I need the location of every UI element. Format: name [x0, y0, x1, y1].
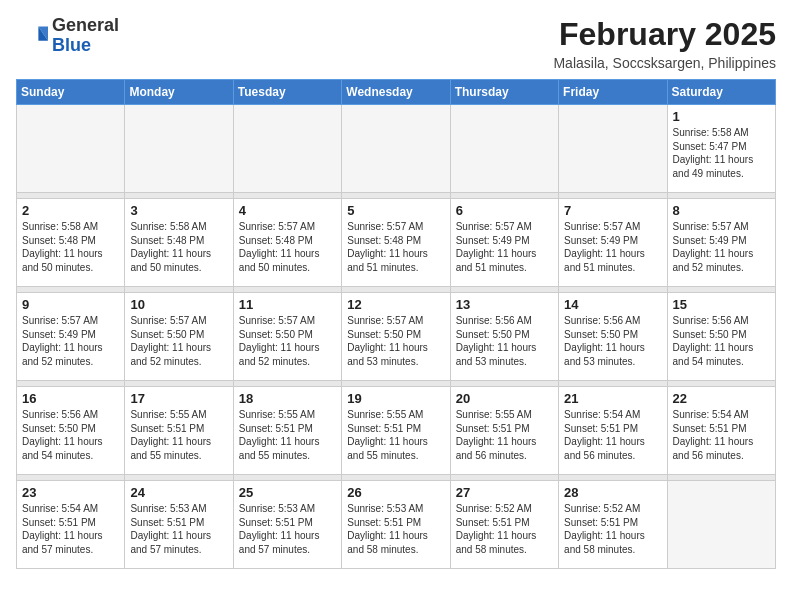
day-cell: 20Sunrise: 5:55 AM Sunset: 5:51 PM Dayli…	[450, 387, 558, 475]
day-cell: 22Sunrise: 5:54 AM Sunset: 5:51 PM Dayli…	[667, 387, 775, 475]
day-number: 14	[564, 297, 661, 312]
week-row-1: 1Sunrise: 5:58 AM Sunset: 5:47 PM Daylig…	[17, 105, 776, 193]
weekday-header-row: SundayMondayTuesdayWednesdayThursdayFrid…	[17, 80, 776, 105]
day-cell: 6Sunrise: 5:57 AM Sunset: 5:49 PM Daylig…	[450, 199, 558, 287]
day-info: Sunrise: 5:56 AM Sunset: 5:50 PM Dayligh…	[22, 408, 119, 462]
day-cell: 26Sunrise: 5:53 AM Sunset: 5:51 PM Dayli…	[342, 481, 450, 569]
day-info: Sunrise: 5:53 AM Sunset: 5:51 PM Dayligh…	[239, 502, 336, 556]
day-number: 20	[456, 391, 553, 406]
day-cell	[559, 105, 667, 193]
day-info: Sunrise: 5:55 AM Sunset: 5:51 PM Dayligh…	[456, 408, 553, 462]
day-info: Sunrise: 5:55 AM Sunset: 5:51 PM Dayligh…	[347, 408, 444, 462]
day-cell: 25Sunrise: 5:53 AM Sunset: 5:51 PM Dayli…	[233, 481, 341, 569]
weekday-header-thursday: Thursday	[450, 80, 558, 105]
day-info: Sunrise: 5:58 AM Sunset: 5:48 PM Dayligh…	[130, 220, 227, 274]
logo-line1: General	[52, 16, 119, 36]
day-cell	[450, 105, 558, 193]
day-number: 9	[22, 297, 119, 312]
day-info: Sunrise: 5:57 AM Sunset: 5:49 PM Dayligh…	[673, 220, 770, 274]
day-cell: 2Sunrise: 5:58 AM Sunset: 5:48 PM Daylig…	[17, 199, 125, 287]
day-cell: 7Sunrise: 5:57 AM Sunset: 5:49 PM Daylig…	[559, 199, 667, 287]
day-info: Sunrise: 5:54 AM Sunset: 5:51 PM Dayligh…	[22, 502, 119, 556]
day-cell: 12Sunrise: 5:57 AM Sunset: 5:50 PM Dayli…	[342, 293, 450, 381]
logo-line2: Blue	[52, 36, 119, 56]
day-cell: 17Sunrise: 5:55 AM Sunset: 5:51 PM Dayli…	[125, 387, 233, 475]
day-info: Sunrise: 5:57 AM Sunset: 5:49 PM Dayligh…	[456, 220, 553, 274]
week-row-4: 16Sunrise: 5:56 AM Sunset: 5:50 PM Dayli…	[17, 387, 776, 475]
day-info: Sunrise: 5:53 AM Sunset: 5:51 PM Dayligh…	[130, 502, 227, 556]
day-info: Sunrise: 5:57 AM Sunset: 5:49 PM Dayligh…	[564, 220, 661, 274]
day-info: Sunrise: 5:55 AM Sunset: 5:51 PM Dayligh…	[130, 408, 227, 462]
weekday-header-sunday: Sunday	[17, 80, 125, 105]
day-info: Sunrise: 5:57 AM Sunset: 5:50 PM Dayligh…	[347, 314, 444, 368]
day-cell: 9Sunrise: 5:57 AM Sunset: 5:49 PM Daylig…	[17, 293, 125, 381]
day-cell: 11Sunrise: 5:57 AM Sunset: 5:50 PM Dayli…	[233, 293, 341, 381]
day-number: 12	[347, 297, 444, 312]
day-cell: 14Sunrise: 5:56 AM Sunset: 5:50 PM Dayli…	[559, 293, 667, 381]
day-cell: 16Sunrise: 5:56 AM Sunset: 5:50 PM Dayli…	[17, 387, 125, 475]
day-cell: 3Sunrise: 5:58 AM Sunset: 5:48 PM Daylig…	[125, 199, 233, 287]
day-number: 16	[22, 391, 119, 406]
day-info: Sunrise: 5:57 AM Sunset: 5:50 PM Dayligh…	[130, 314, 227, 368]
day-cell	[233, 105, 341, 193]
day-info: Sunrise: 5:52 AM Sunset: 5:51 PM Dayligh…	[456, 502, 553, 556]
week-row-2: 2Sunrise: 5:58 AM Sunset: 5:48 PM Daylig…	[17, 199, 776, 287]
day-cell: 19Sunrise: 5:55 AM Sunset: 5:51 PM Dayli…	[342, 387, 450, 475]
day-number: 1	[673, 109, 770, 124]
day-number: 24	[130, 485, 227, 500]
day-number: 10	[130, 297, 227, 312]
day-number: 18	[239, 391, 336, 406]
day-cell: 23Sunrise: 5:54 AM Sunset: 5:51 PM Dayli…	[17, 481, 125, 569]
day-cell: 1Sunrise: 5:58 AM Sunset: 5:47 PM Daylig…	[667, 105, 775, 193]
logo-icon	[16, 20, 48, 52]
day-info: Sunrise: 5:58 AM Sunset: 5:48 PM Dayligh…	[22, 220, 119, 274]
day-cell: 21Sunrise: 5:54 AM Sunset: 5:51 PM Dayli…	[559, 387, 667, 475]
day-info: Sunrise: 5:57 AM Sunset: 5:48 PM Dayligh…	[347, 220, 444, 274]
day-info: Sunrise: 5:55 AM Sunset: 5:51 PM Dayligh…	[239, 408, 336, 462]
day-info: Sunrise: 5:52 AM Sunset: 5:51 PM Dayligh…	[564, 502, 661, 556]
day-cell	[342, 105, 450, 193]
day-number: 2	[22, 203, 119, 218]
day-number: 26	[347, 485, 444, 500]
day-number: 22	[673, 391, 770, 406]
weekday-header-monday: Monday	[125, 80, 233, 105]
header: General Blue February 2025 Malasila, Soc…	[16, 16, 776, 71]
day-number: 21	[564, 391, 661, 406]
day-number: 5	[347, 203, 444, 218]
day-cell: 10Sunrise: 5:57 AM Sunset: 5:50 PM Dayli…	[125, 293, 233, 381]
day-number: 25	[239, 485, 336, 500]
weekday-header-friday: Friday	[559, 80, 667, 105]
day-number: 28	[564, 485, 661, 500]
day-cell: 5Sunrise: 5:57 AM Sunset: 5:48 PM Daylig…	[342, 199, 450, 287]
day-info: Sunrise: 5:56 AM Sunset: 5:50 PM Dayligh…	[564, 314, 661, 368]
day-number: 3	[130, 203, 227, 218]
weekday-header-saturday: Saturday	[667, 80, 775, 105]
calendar: SundayMondayTuesdayWednesdayThursdayFrid…	[16, 79, 776, 569]
day-info: Sunrise: 5:56 AM Sunset: 5:50 PM Dayligh…	[456, 314, 553, 368]
day-number: 11	[239, 297, 336, 312]
day-number: 6	[456, 203, 553, 218]
day-number: 8	[673, 203, 770, 218]
day-cell: 13Sunrise: 5:56 AM Sunset: 5:50 PM Dayli…	[450, 293, 558, 381]
day-cell: 18Sunrise: 5:55 AM Sunset: 5:51 PM Dayli…	[233, 387, 341, 475]
month-title: February 2025	[553, 16, 776, 53]
day-number: 17	[130, 391, 227, 406]
day-cell: 15Sunrise: 5:56 AM Sunset: 5:50 PM Dayli…	[667, 293, 775, 381]
day-number: 19	[347, 391, 444, 406]
weekday-header-wednesday: Wednesday	[342, 80, 450, 105]
day-info: Sunrise: 5:54 AM Sunset: 5:51 PM Dayligh…	[564, 408, 661, 462]
day-cell: 8Sunrise: 5:57 AM Sunset: 5:49 PM Daylig…	[667, 199, 775, 287]
day-number: 4	[239, 203, 336, 218]
day-number: 15	[673, 297, 770, 312]
day-info: Sunrise: 5:57 AM Sunset: 5:50 PM Dayligh…	[239, 314, 336, 368]
day-number: 27	[456, 485, 553, 500]
day-info: Sunrise: 5:57 AM Sunset: 5:48 PM Dayligh…	[239, 220, 336, 274]
day-cell	[667, 481, 775, 569]
title-area: February 2025 Malasila, Soccsksargen, Ph…	[553, 16, 776, 71]
day-cell: 4Sunrise: 5:57 AM Sunset: 5:48 PM Daylig…	[233, 199, 341, 287]
day-number: 23	[22, 485, 119, 500]
day-cell: 27Sunrise: 5:52 AM Sunset: 5:51 PM Dayli…	[450, 481, 558, 569]
day-info: Sunrise: 5:56 AM Sunset: 5:50 PM Dayligh…	[673, 314, 770, 368]
week-row-5: 23Sunrise: 5:54 AM Sunset: 5:51 PM Dayli…	[17, 481, 776, 569]
day-info: Sunrise: 5:53 AM Sunset: 5:51 PM Dayligh…	[347, 502, 444, 556]
